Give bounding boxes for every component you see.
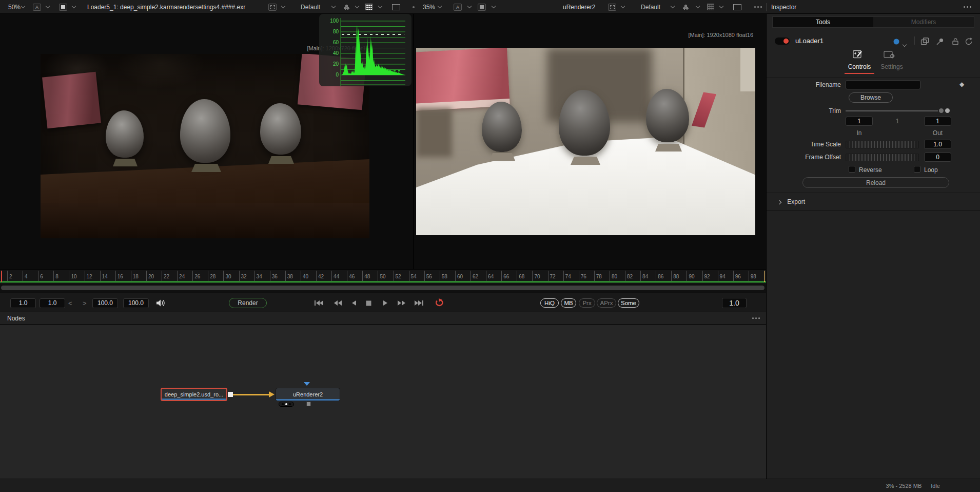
node-input-indicator[interactable] <box>304 382 310 386</box>
chevron-down-icon[interactable] <box>46 0 49 14</box>
play-reverse-icon <box>351 300 357 306</box>
keyframe-diamond-icon[interactable]: ◆ <box>959 81 964 88</box>
chevron-down-icon[interactable] <box>356 0 359 14</box>
fast-forward-button[interactable] <box>397 293 405 313</box>
node-mask-port[interactable] <box>306 402 311 406</box>
tab-tools[interactable]: Tools <box>773 17 873 27</box>
selective-update-button[interactable]: Some <box>618 298 639 308</box>
filename-input[interactable] <box>846 80 920 89</box>
reload-button[interactable]: Reload <box>802 177 949 188</box>
right-viewer-zoom-select[interactable]: 35% <box>423 0 435 14</box>
play-button[interactable] <box>383 293 388 313</box>
trim-handle-in[interactable] <box>939 108 944 113</box>
chevron-down-icon[interactable] <box>72 0 75 14</box>
frame-offset-input[interactable]: 0 <box>924 153 951 162</box>
grid-layout-icon[interactable] <box>707 0 714 14</box>
node-deep-simple2[interactable]: deep_simple2.usd_ro... <box>161 388 227 401</box>
chevron-down-icon[interactable] <box>282 0 285 14</box>
autoproxy-button[interactable]: APrx <box>597 298 616 308</box>
subtab-settings[interactable]: Settings <box>877 63 907 70</box>
color-wheel-icon[interactable] <box>682 0 690 14</box>
subtab-controls[interactable]: Controls <box>844 63 875 70</box>
render-end-input[interactable]: 100.0 <box>92 298 118 308</box>
node-editor[interactable]: deep_simple2.usd_ro... uRenderer2 <box>0 325 766 479</box>
timeline-scrollbar[interactable] <box>1 286 765 290</box>
step-forward-button[interactable]: > <box>83 299 87 307</box>
trim-handle-out[interactable] <box>945 108 950 113</box>
trim-in-input[interactable]: 1 <box>846 117 873 126</box>
chevron-down-icon[interactable] <box>438 0 441 14</box>
node-pass-dots[interactable] <box>279 402 294 407</box>
motionblur-button[interactable]: MB <box>561 298 576 308</box>
trim-range-slider[interactable] <box>846 110 938 111</box>
render-start-input[interactable]: 1.0 <box>40 298 65 308</box>
chevron-down-icon[interactable] <box>492 0 495 14</box>
more-menu-icon[interactable] <box>754 0 762 14</box>
reset-history-icon[interactable] <box>965 37 973 47</box>
channel-select-icon[interactable]: A <box>33 0 41 14</box>
color-swatch-icon[interactable] <box>59 0 67 14</box>
play-reverse-button[interactable] <box>351 293 357 313</box>
global-start-input[interactable]: 1.0 <box>10 298 36 308</box>
chevron-down-icon[interactable] <box>379 0 382 14</box>
frame-icon[interactable] <box>392 0 400 14</box>
region-select-icon[interactable] <box>268 0 277 14</box>
viewer-divider[interactable] <box>413 14 414 269</box>
audio-button[interactable] <box>155 293 166 313</box>
time-scale-input[interactable]: 1.0 <box>924 140 951 149</box>
chevron-down-icon[interactable] <box>468 0 471 14</box>
histogram-overlay[interactable]: 100 80 60 40 20 0 <box>319 14 411 86</box>
goto-end-button[interactable] <box>415 293 424 313</box>
frame-icon[interactable] <box>733 0 741 14</box>
global-end-input[interactable]: 100.0 <box>123 298 149 308</box>
settings-tab-icon[interactable] <box>884 50 896 61</box>
loop-checkbox[interactable] <box>914 166 920 173</box>
step-back-button[interactable]: < <box>68 299 72 307</box>
export-expander[interactable]: Export <box>778 198 805 205</box>
chevron-down-icon[interactable] <box>332 0 335 14</box>
stop-button[interactable] <box>366 293 371 313</box>
node-color-dot[interactable] <box>893 39 899 46</box>
more-menu-icon[interactable] <box>964 0 971 14</box>
proxy-button[interactable]: Prx <box>579 298 595 308</box>
hiq-button[interactable]: HiQ <box>540 298 559 308</box>
render-button[interactable]: Render <box>229 298 267 308</box>
playhead-marker[interactable] <box>1 271 2 282</box>
fast-reverse-button[interactable] <box>334 293 342 313</box>
loop-button[interactable] <box>434 293 445 313</box>
more-menu-icon[interactable] <box>752 317 760 319</box>
browse-button[interactable]: Browse <box>849 92 893 103</box>
chevron-down-icon[interactable] <box>720 0 723 14</box>
left-viewer-lut-select[interactable]: Default <box>301 0 320 14</box>
node-urenderer2[interactable]: uRenderer2 <box>276 388 340 401</box>
versions-icon[interactable] <box>920 37 929 47</box>
node-output-port[interactable] <box>228 392 233 397</box>
chevron-down-icon[interactable] <box>22 0 25 14</box>
reverse-checkbox[interactable] <box>849 166 855 173</box>
playback-speed-input[interactable]: 1.0 <box>722 298 747 308</box>
time-scale-ratchet[interactable] <box>846 141 919 148</box>
tab-modifiers[interactable]: Modifiers <box>873 17 974 27</box>
chevron-down-icon[interactable] <box>621 0 624 14</box>
right-viewer-lut-select[interactable]: Default <box>641 0 660 14</box>
left-viewer-zoom-select[interactable]: 50% <box>8 0 21 14</box>
pin-icon[interactable] <box>936 37 944 47</box>
chevron-down-icon[interactable] <box>903 41 906 48</box>
timeline-ruler[interactable]: 2468101214161820222426283032343638404244… <box>0 269 766 283</box>
goto-start-button[interactable] <box>314 293 323 313</box>
right-viewer-image[interactable] <box>416 48 755 235</box>
node-connection[interactable] <box>233 394 269 395</box>
node-enable-toggle[interactable] <box>775 37 790 45</box>
controls-tab-icon[interactable] <box>853 50 864 61</box>
grid-layout-icon[interactable] <box>365 0 373 14</box>
chevron-down-icon[interactable] <box>696 0 699 14</box>
chevron-down-icon[interactable] <box>671 0 674 14</box>
trim-out-input[interactable]: 1 <box>924 117 951 126</box>
ruler-tick <box>409 271 409 281</box>
lock-icon[interactable] <box>951 37 959 47</box>
color-swatch-icon[interactable] <box>478 0 486 14</box>
channel-select-icon[interactable]: A <box>454 0 462 14</box>
region-select-icon[interactable] <box>608 0 616 14</box>
frame-offset-ratchet[interactable] <box>846 154 919 161</box>
color-wheel-icon[interactable] <box>343 0 350 14</box>
